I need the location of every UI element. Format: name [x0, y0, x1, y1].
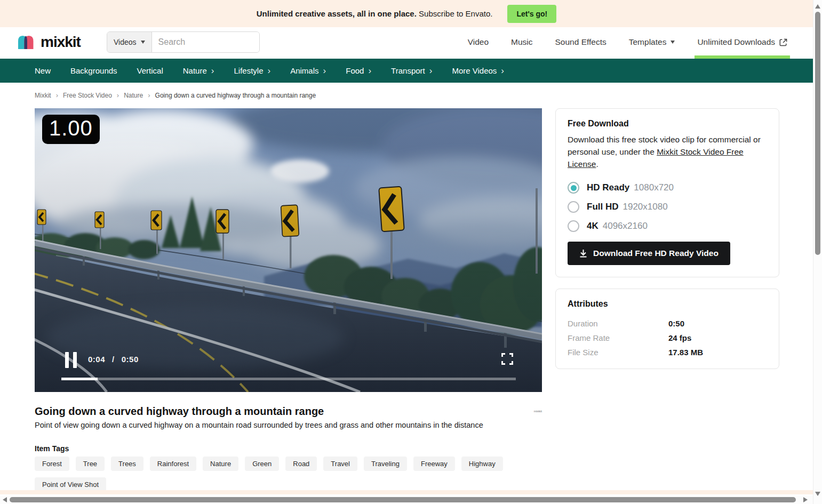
external-link-icon: [779, 38, 787, 46]
promo-text-bold: Unlimited creative assets, all in one pl…: [257, 9, 417, 18]
nav-video[interactable]: Video: [468, 27, 489, 57]
search-bar: Videos: [107, 31, 260, 53]
radio-4k[interactable]: 4K4096x2160: [568, 217, 767, 236]
navbar-item-backgrounds[interactable]: Backgrounds: [70, 66, 117, 75]
chevron-right-icon: ›: [56, 91, 58, 99]
mixkit-logo[interactable]: mixkit: [18, 27, 81, 57]
promo-banner: Unlimited creative assets, all in one pl…: [0, 0, 813, 27]
promo-text: Unlimited creative assets, all in one pl…: [257, 9, 493, 18]
download-icon: [579, 249, 587, 258]
chevron-right-icon: ›: [368, 67, 371, 75]
download-button[interactable]: Download Free HD Ready Video: [568, 242, 730, 265]
item-tags: Forest Tree Trees Rainforest Nature Gree…: [35, 457, 568, 492]
navbar-item-vertical[interactable]: Vertical: [137, 66, 163, 75]
vertical-scrollbar-thumb[interactable]: [815, 12, 820, 255]
breadcrumb-free-stock-video[interactable]: Free Stock Video: [63, 92, 112, 99]
horizontal-scrollbar-thumb[interactable]: [10, 497, 796, 502]
page: Unlimited creative assets, all in one pl…: [0, 0, 822, 504]
navbar-item-new[interactable]: New: [35, 66, 51, 75]
promo-text-regular: Subscribe to Envato.: [419, 9, 492, 18]
attr-label: File Size: [568, 348, 668, 357]
footer-strip: [0, 490, 813, 494]
attr-value: 17.83 MB: [668, 348, 767, 357]
scroll-left-arrow-icon[interactable]: [3, 497, 7, 502]
tag-road[interactable]: Road: [285, 457, 317, 471]
mixkit-logo-icon: [18, 35, 37, 50]
sidebar: Free Download Download this free stock v…: [555, 108, 779, 392]
header: mixkit Videos Video Music S: [0, 27, 813, 57]
navbar-item-food[interactable]: Food›: [346, 66, 371, 75]
header-nav: Video Music Sound Effects Templates Unli…: [468, 27, 787, 57]
video-player[interactable]: 1.00 0:04 / 0:50: [35, 108, 542, 392]
tag-trees[interactable]: Trees: [111, 457, 143, 471]
tag-green[interactable]: Green: [245, 457, 279, 471]
lets-go-button[interactable]: Let's go!: [507, 5, 556, 23]
tag-rainforest[interactable]: Rainforest: [150, 457, 196, 471]
video-description: Point of view going down a curved highwa…: [35, 421, 504, 429]
tag-freeway[interactable]: Freeway: [413, 457, 455, 471]
scroll-right-arrow-icon[interactable]: [803, 497, 808, 502]
tag-forest[interactable]: Forest: [35, 457, 69, 471]
playback-speed-badge: 1.00: [42, 115, 100, 144]
duration: 0:50: [122, 355, 139, 364]
chevron-right-icon: ›: [211, 67, 214, 75]
progress-bar[interactable]: [61, 378, 516, 380]
logo-text: mixkit: [41, 34, 81, 51]
current-time: 0:04: [88, 355, 105, 364]
breadcrumb: Mixkit › Free Stock Video › Nature › Goi…: [35, 91, 316, 99]
fullscreen-icon: [501, 353, 513, 365]
radio-selected-icon: [568, 182, 579, 194]
attr-label: Frame Rate: [568, 333, 668, 342]
chevron-right-icon: ›: [117, 91, 119, 99]
radio-unselected-icon: [568, 201, 579, 213]
attributes-grid: Duration 0:50 Frame Rate 24 fps File Siz…: [568, 319, 767, 357]
watermark-text: mixkit: [534, 410, 542, 413]
nav-templates[interactable]: Templates: [629, 27, 675, 57]
navbar-item-lifestyle[interactable]: Lifestyle›: [234, 66, 270, 75]
attr-value: 0:50: [668, 319, 767, 328]
vertical-scrollbar[interactable]: [813, 0, 822, 504]
attr-value: 24 fps: [668, 333, 767, 342]
radio-unselected-icon: [568, 220, 579, 232]
radio-full-hd[interactable]: Full HD1920x1080: [568, 197, 767, 217]
search-input[interactable]: [152, 32, 260, 52]
progress-fill: [61, 378, 98, 380]
item-tags-title: Item Tags: [35, 444, 69, 453]
breadcrumb-mixkit[interactable]: Mixkit: [35, 92, 51, 99]
search-category-label: Videos: [114, 38, 137, 46]
navbar-item-animals[interactable]: Animals›: [290, 66, 326, 75]
horizontal-scrollbar[interactable]: [0, 495, 813, 504]
chevron-right-icon: ›: [148, 91, 150, 99]
attributes-title: Attributes: [568, 299, 767, 309]
free-download-description: Download this free stock video clip for …: [568, 133, 767, 170]
title-row: Going down a curved highway through a mo…: [35, 405, 542, 418]
time-separator: /: [112, 355, 115, 364]
tag-point-of-view-shot[interactable]: Point of View Shot: [35, 477, 106, 492]
radio-hd-ready[interactable]: HD Ready1080x720: [568, 178, 767, 197]
tag-tree[interactable]: Tree: [76, 457, 105, 471]
search-category-dropdown[interactable]: Videos: [107, 32, 152, 52]
tag-nature[interactable]: Nature: [203, 457, 238, 471]
attributes-panel: Attributes Duration 0:50 Frame Rate 24 f…: [555, 289, 779, 369]
fullscreen-button[interactable]: [501, 353, 513, 365]
navbar-item-nature[interactable]: Nature›: [183, 66, 214, 75]
nav-unlimited-downloads[interactable]: Unlimited Downloads: [697, 27, 787, 57]
chevron-right-icon: ›: [323, 67, 326, 75]
nav-music[interactable]: Music: [511, 27, 532, 57]
navbar-item-more-videos[interactable]: More Videos›: [452, 66, 504, 75]
tag-travel[interactable]: Travel: [323, 457, 357, 471]
chevron-down-icon: [141, 41, 145, 44]
nav-sound-effects[interactable]: Sound Effects: [555, 27, 606, 57]
video-frame: [35, 108, 542, 392]
category-navbar: New Backgrounds Vertical Nature› Lifesty…: [0, 59, 813, 83]
scroll-up-arrow-icon[interactable]: [815, 4, 820, 9]
scroll-down-arrow-icon[interactable]: [815, 492, 820, 496]
chevron-down-icon: [671, 41, 675, 44]
navbar-item-transport[interactable]: Transport›: [391, 66, 432, 75]
main-content: 1.00 0:04 / 0:50 Free Download Downloa: [35, 108, 779, 392]
chevron-right-icon: ›: [268, 67, 271, 75]
pause-button[interactable]: [65, 352, 77, 368]
breadcrumb-nature[interactable]: Nature: [124, 92, 143, 99]
tag-highway[interactable]: Highway: [461, 457, 503, 471]
tag-traveling[interactable]: Traveling: [364, 457, 407, 471]
